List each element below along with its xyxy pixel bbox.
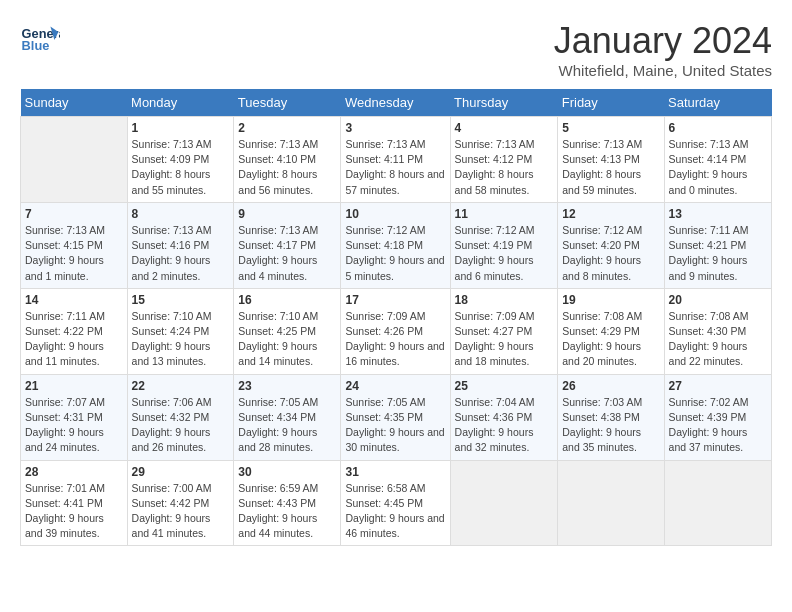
calendar-cell: 7Sunrise: 7:13 AMSunset: 4:15 PMDaylight…: [21, 202, 128, 288]
day-info: Sunrise: 7:13 AMSunset: 4:12 PMDaylight:…: [455, 137, 554, 198]
calendar-cell: 1Sunrise: 7:13 AMSunset: 4:09 PMDaylight…: [127, 117, 234, 203]
day-info: Sunrise: 7:08 AMSunset: 4:30 PMDaylight:…: [669, 309, 767, 370]
day-number: 26: [562, 379, 659, 393]
day-info: Sunrise: 7:13 AMSunset: 4:15 PMDaylight:…: [25, 223, 123, 284]
day-number: 22: [132, 379, 230, 393]
calendar-cell: 13Sunrise: 7:11 AMSunset: 4:21 PMDayligh…: [664, 202, 771, 288]
day-number: 14: [25, 293, 123, 307]
day-info: Sunrise: 7:05 AMSunset: 4:34 PMDaylight:…: [238, 395, 336, 456]
day-number: 1: [132, 121, 230, 135]
day-info: Sunrise: 7:09 AMSunset: 4:26 PMDaylight:…: [345, 309, 445, 370]
calendar-cell: 19Sunrise: 7:08 AMSunset: 4:29 PMDayligh…: [558, 288, 664, 374]
day-number: 6: [669, 121, 767, 135]
day-number: 30: [238, 465, 336, 479]
calendar-cell: 30Sunrise: 6:59 AMSunset: 4:43 PMDayligh…: [234, 460, 341, 546]
title-block: January 2024 Whitefield, Maine, United S…: [554, 20, 772, 79]
day-info: Sunrise: 7:11 AMSunset: 4:21 PMDaylight:…: [669, 223, 767, 284]
calendar-cell: 24Sunrise: 7:05 AMSunset: 4:35 PMDayligh…: [341, 374, 450, 460]
calendar-week-row: 1Sunrise: 7:13 AMSunset: 4:09 PMDaylight…: [21, 117, 772, 203]
day-info: Sunrise: 7:03 AMSunset: 4:38 PMDaylight:…: [562, 395, 659, 456]
day-number: 19: [562, 293, 659, 307]
day-header: Thursday: [450, 89, 558, 117]
day-number: 7: [25, 207, 123, 221]
day-number: 5: [562, 121, 659, 135]
day-number: 17: [345, 293, 445, 307]
calendar-cell: [664, 460, 771, 546]
calendar-cell: 16Sunrise: 7:10 AMSunset: 4:25 PMDayligh…: [234, 288, 341, 374]
day-info: Sunrise: 7:08 AMSunset: 4:29 PMDaylight:…: [562, 309, 659, 370]
calendar-cell: 26Sunrise: 7:03 AMSunset: 4:38 PMDayligh…: [558, 374, 664, 460]
day-header: Sunday: [21, 89, 128, 117]
calendar-cell: 31Sunrise: 6:58 AMSunset: 4:45 PMDayligh…: [341, 460, 450, 546]
day-info: Sunrise: 7:12 AMSunset: 4:20 PMDaylight:…: [562, 223, 659, 284]
calendar-cell: 22Sunrise: 7:06 AMSunset: 4:32 PMDayligh…: [127, 374, 234, 460]
calendar-cell: 10Sunrise: 7:12 AMSunset: 4:18 PMDayligh…: [341, 202, 450, 288]
day-info: Sunrise: 7:13 AMSunset: 4:13 PMDaylight:…: [562, 137, 659, 198]
day-info: Sunrise: 7:02 AMSunset: 4:39 PMDaylight:…: [669, 395, 767, 456]
calendar-week-row: 7Sunrise: 7:13 AMSunset: 4:15 PMDaylight…: [21, 202, 772, 288]
calendar-cell: 23Sunrise: 7:05 AMSunset: 4:34 PMDayligh…: [234, 374, 341, 460]
day-info: Sunrise: 7:06 AMSunset: 4:32 PMDaylight:…: [132, 395, 230, 456]
logo-icon: General Blue: [20, 20, 60, 60]
day-info: Sunrise: 7:12 AMSunset: 4:18 PMDaylight:…: [345, 223, 445, 284]
day-number: 28: [25, 465, 123, 479]
calendar-cell: [558, 460, 664, 546]
calendar-cell: 4Sunrise: 7:13 AMSunset: 4:12 PMDaylight…: [450, 117, 558, 203]
day-number: 23: [238, 379, 336, 393]
location: Whitefield, Maine, United States: [554, 62, 772, 79]
calendar-cell: 28Sunrise: 7:01 AMSunset: 4:41 PMDayligh…: [21, 460, 128, 546]
day-info: Sunrise: 6:59 AMSunset: 4:43 PMDaylight:…: [238, 481, 336, 542]
day-header: Monday: [127, 89, 234, 117]
day-info: Sunrise: 7:07 AMSunset: 4:31 PMDaylight:…: [25, 395, 123, 456]
calendar-table: SundayMondayTuesdayWednesdayThursdayFrid…: [20, 89, 772, 546]
day-number: 2: [238, 121, 336, 135]
calendar-cell: 15Sunrise: 7:10 AMSunset: 4:24 PMDayligh…: [127, 288, 234, 374]
calendar-cell: 25Sunrise: 7:04 AMSunset: 4:36 PMDayligh…: [450, 374, 558, 460]
day-info: Sunrise: 7:12 AMSunset: 4:19 PMDaylight:…: [455, 223, 554, 284]
calendar-cell: [21, 117, 128, 203]
day-number: 16: [238, 293, 336, 307]
day-number: 12: [562, 207, 659, 221]
day-number: 27: [669, 379, 767, 393]
day-info: Sunrise: 6:58 AMSunset: 4:45 PMDaylight:…: [345, 481, 445, 542]
calendar-cell: 21Sunrise: 7:07 AMSunset: 4:31 PMDayligh…: [21, 374, 128, 460]
page-header: General Blue January 2024 Whitefield, Ma…: [20, 20, 772, 79]
day-header: Wednesday: [341, 89, 450, 117]
day-info: Sunrise: 7:10 AMSunset: 4:25 PMDaylight:…: [238, 309, 336, 370]
calendar-cell: 5Sunrise: 7:13 AMSunset: 4:13 PMDaylight…: [558, 117, 664, 203]
calendar-cell: 8Sunrise: 7:13 AMSunset: 4:16 PMDaylight…: [127, 202, 234, 288]
day-info: Sunrise: 7:13 AMSunset: 4:09 PMDaylight:…: [132, 137, 230, 198]
day-number: 11: [455, 207, 554, 221]
day-number: 9: [238, 207, 336, 221]
month-title: January 2024: [554, 20, 772, 62]
day-info: Sunrise: 7:13 AMSunset: 4:11 PMDaylight:…: [345, 137, 445, 198]
day-header: Saturday: [664, 89, 771, 117]
day-info: Sunrise: 7:00 AMSunset: 4:42 PMDaylight:…: [132, 481, 230, 542]
calendar-cell: 12Sunrise: 7:12 AMSunset: 4:20 PMDayligh…: [558, 202, 664, 288]
day-number: 31: [345, 465, 445, 479]
calendar-cell: 18Sunrise: 7:09 AMSunset: 4:27 PMDayligh…: [450, 288, 558, 374]
calendar-week-row: 14Sunrise: 7:11 AMSunset: 4:22 PMDayligh…: [21, 288, 772, 374]
day-header: Tuesday: [234, 89, 341, 117]
day-info: Sunrise: 7:13 AMSunset: 4:17 PMDaylight:…: [238, 223, 336, 284]
calendar-cell: 17Sunrise: 7:09 AMSunset: 4:26 PMDayligh…: [341, 288, 450, 374]
calendar-cell: 29Sunrise: 7:00 AMSunset: 4:42 PMDayligh…: [127, 460, 234, 546]
day-number: 3: [345, 121, 445, 135]
calendar-cell: 6Sunrise: 7:13 AMSunset: 4:14 PMDaylight…: [664, 117, 771, 203]
calendar-week-row: 21Sunrise: 7:07 AMSunset: 4:31 PMDayligh…: [21, 374, 772, 460]
day-number: 10: [345, 207, 445, 221]
calendar-cell: 9Sunrise: 7:13 AMSunset: 4:17 PMDaylight…: [234, 202, 341, 288]
day-info: Sunrise: 7:11 AMSunset: 4:22 PMDaylight:…: [25, 309, 123, 370]
calendar-cell: 3Sunrise: 7:13 AMSunset: 4:11 PMDaylight…: [341, 117, 450, 203]
day-number: 13: [669, 207, 767, 221]
calendar-cell: [450, 460, 558, 546]
day-info: Sunrise: 7:01 AMSunset: 4:41 PMDaylight:…: [25, 481, 123, 542]
day-info: Sunrise: 7:05 AMSunset: 4:35 PMDaylight:…: [345, 395, 445, 456]
day-info: Sunrise: 7:04 AMSunset: 4:36 PMDaylight:…: [455, 395, 554, 456]
day-info: Sunrise: 7:10 AMSunset: 4:24 PMDaylight:…: [132, 309, 230, 370]
day-number: 25: [455, 379, 554, 393]
calendar-week-row: 28Sunrise: 7:01 AMSunset: 4:41 PMDayligh…: [21, 460, 772, 546]
day-number: 18: [455, 293, 554, 307]
day-info: Sunrise: 7:13 AMSunset: 4:14 PMDaylight:…: [669, 137, 767, 198]
day-number: 24: [345, 379, 445, 393]
